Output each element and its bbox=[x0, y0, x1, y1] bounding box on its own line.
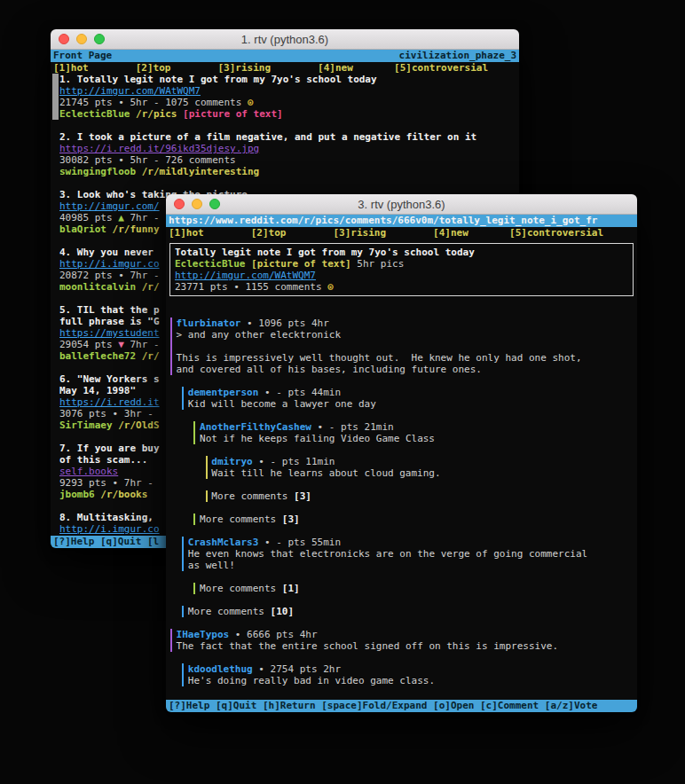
comment-author-text: kdoodlethug bbox=[188, 663, 253, 675]
comment-row[interactable]: AnotherFilthyCashew • - pts 21min bbox=[166, 421, 637, 433]
visited-url-link[interactable]: https://i.redd.it/96ikd35djesy.jpg bbox=[59, 143, 259, 154]
blank-row bbox=[166, 444, 637, 456]
submission-box-row[interactable]: 23771 pts • 1155 comments ⊙ bbox=[171, 281, 632, 293]
meta-text: • 6666 pts 4hr bbox=[229, 629, 317, 640]
subreddit-text: /r/books bbox=[95, 489, 148, 500]
blank-row bbox=[166, 410, 637, 421]
comment-depth-bar bbox=[182, 387, 184, 398]
comment-row[interactable]: dementperson • - pts 44min bbox=[166, 387, 637, 398]
page-title: Front Page bbox=[53, 50, 112, 62]
comment-row[interactable]: More comments [10] bbox=[166, 606, 637, 617]
row-text: More comments [3] bbox=[166, 514, 637, 525]
comment-row[interactable]: More comments [3] bbox=[166, 514, 637, 525]
selection-cursor-bar bbox=[52, 97, 59, 108]
comment-row[interactable]: More comments [3] bbox=[166, 490, 637, 502]
url-link[interactable]: https://i.redd.it bbox=[59, 396, 160, 408]
comment-depth-bar bbox=[206, 490, 208, 502]
comment-row[interactable]: flurbinator • 1096 pts 4hr bbox=[166, 318, 637, 329]
comment-row[interactable]: He even knows that electronicks are on t… bbox=[166, 548, 637, 560]
comment-row[interactable]: > and any other elecktronick bbox=[166, 329, 637, 341]
url-link[interactable]: http://imgur.com/ bbox=[59, 200, 160, 212]
comment-row[interactable]: and covered all of his bases, including … bbox=[166, 364, 637, 375]
comment-row[interactable]: Kid will become a lawyer one day bbox=[166, 398, 637, 410]
close-button[interactable] bbox=[59, 34, 69, 44]
blank-row bbox=[166, 375, 637, 387]
row-text: http://imgur.com/WAtWQM7 bbox=[51, 85, 519, 97]
submission-box-row[interactable]: Totally legit note I got from my 7yo's s… bbox=[171, 247, 632, 258]
comment-row[interactable]: dmitryo • - pts 11min bbox=[166, 456, 637, 467]
comment-row[interactable]: as well! bbox=[166, 560, 637, 571]
minimize-button[interactable] bbox=[76, 34, 87, 44]
zoom-button[interactable] bbox=[94, 34, 105, 44]
submission-row[interactable]: swingingfloob /r/mildlyinteresting bbox=[51, 166, 519, 177]
comment-row[interactable]: kdoodlethug • 2754 pts 2hr bbox=[166, 663, 637, 675]
comment-body-text: Kid will become a lawyer one day bbox=[188, 398, 376, 410]
comment-row[interactable]: CrashMclars3 • - pts 55min bbox=[166, 537, 637, 548]
gilded-icon: ⊙ bbox=[248, 97, 254, 108]
comment-row[interactable]: Wait till he learns about cloud gaming. bbox=[166, 467, 637, 479]
submission-row[interactable]: 30082 pts • 5hr - 726 comments bbox=[51, 154, 519, 166]
submission-row[interactable]: http://imgur.com/WAtWQM7 bbox=[51, 85, 519, 97]
submission-row[interactable]: EclecticBlue /r/pics [picture of text] bbox=[51, 108, 519, 120]
comment-row[interactable]: This is impressively well thought out. H… bbox=[166, 352, 637, 364]
url-link[interactable]: http://imgur.com/WAtWQM7 bbox=[175, 270, 316, 281]
sort-tabs[interactable]: [1]hot [2]top [3]rising [4]new [5]contro… bbox=[166, 227, 637, 239]
minimize-button[interactable] bbox=[192, 199, 202, 209]
comment-row[interactable]: More comments [1] bbox=[166, 583, 637, 594]
submission-row[interactable]: https://i.redd.it/96ikd35djesy.jpg bbox=[51, 143, 519, 154]
row-text: Totally legit note I got from my 7yo's s… bbox=[171, 247, 632, 258]
flair-text: [picture of text] bbox=[177, 108, 282, 120]
row-text: CrashMclars3 • - pts 55min bbox=[166, 537, 637, 548]
username-text: ballefleche72 bbox=[59, 350, 136, 362]
comment-row[interactable]: The fact that the entire school signed o… bbox=[166, 640, 637, 652]
submission-title-text: Totally legit note I got from my 7yo's s… bbox=[175, 247, 475, 258]
url-link[interactable]: http://imgur.com/WAtWQM7 bbox=[59, 85, 201, 97]
submission-row[interactable]: 21745 pts • 5hr - 1075 comments ⊙ bbox=[51, 97, 519, 108]
comment-depth-bar bbox=[170, 341, 172, 352]
close-button[interactable] bbox=[174, 199, 185, 209]
submission-row[interactable]: 1. Totally legit note I got from my 7yo'… bbox=[51, 74, 519, 85]
comment-depth-bar bbox=[193, 514, 195, 525]
submission-box-row[interactable]: http://imgur.com/WAtWQM7 bbox=[171, 270, 632, 281]
url-link[interactable]: https://mystudent bbox=[59, 327, 160, 339]
selection-cursor-bar bbox=[52, 85, 59, 97]
meta-text: • - pts 21min bbox=[311, 421, 394, 433]
comment-depth-bar bbox=[170, 329, 172, 341]
submission-title-text: 2. I took a picture of a film negative, … bbox=[59, 131, 476, 143]
visited-url-link[interactable]: self.books bbox=[59, 466, 118, 477]
comment-body-text: He's doing really bad in video game clas… bbox=[188, 675, 435, 686]
comment-depth-bar bbox=[170, 318, 172, 329]
submission-row[interactable]: 2. I took a picture of a film negative, … bbox=[51, 131, 519, 143]
blank-row bbox=[166, 594, 637, 606]
zoom-button[interactable] bbox=[209, 199, 220, 209]
comment-row[interactable]: Not if he keeps failing Video Game Class bbox=[166, 433, 637, 444]
url-link[interactable]: http://i.imgur.co bbox=[59, 523, 160, 535]
row-text: Not if he keeps failing Video Game Class bbox=[166, 433, 637, 444]
subreddit-text: /r/ bbox=[136, 281, 160, 293]
submission-box-row[interactable]: EclecticBlue [picture of text] 5hr pics bbox=[171, 258, 632, 270]
submission-title-text: 1. Totally legit note I got from my 7yo'… bbox=[59, 74, 377, 85]
submission-title-text: [3] bbox=[282, 514, 300, 525]
gilded-icon: ⊙ bbox=[327, 281, 334, 293]
comment-row[interactable]: IHaeTypos • 6666 pts 4hr bbox=[166, 629, 637, 640]
row-text: kdoodlethug • 2754 pts 2hr bbox=[166, 663, 637, 675]
window-titlebar[interactable]: 3. rtv (python3.6) bbox=[166, 194, 637, 215]
row-text: http://imgur.com/WAtWQM7 bbox=[171, 270, 632, 281]
url-link[interactable]: http://i.imgur.co bbox=[59, 258, 160, 270]
row-text: More comments [3] bbox=[166, 490, 637, 502]
comment-depth-bar bbox=[206, 456, 208, 467]
comment-row[interactable]: He's doing really bad in video game clas… bbox=[166, 675, 637, 686]
blank-row bbox=[166, 341, 637, 352]
sort-tabs[interactable]: [1]hot [2]top [3]rising [4]new [5]contro… bbox=[51, 62, 519, 74]
submission-box[interactable]: Totally legit note I got from my 7yo's s… bbox=[169, 243, 634, 296]
comment-body-text: > and any other elecktronick bbox=[177, 329, 341, 341]
row-text: He's doing really bad in video game clas… bbox=[166, 675, 637, 686]
username-text: blaQriot bbox=[59, 223, 106, 235]
username-text: moonlitcalvin bbox=[59, 281, 136, 293]
window-titlebar[interactable]: 1. rtv (python3.6) bbox=[51, 29, 519, 50]
submission-title-text: 7. If you are buy bbox=[59, 443, 160, 454]
comment-author-text: dementperson bbox=[188, 387, 258, 398]
comment-body-text: More comments bbox=[211, 490, 294, 502]
rtv-comments-window: 3. rtv (python3.6) https://www.reddit.co… bbox=[166, 194, 637, 712]
terminal-screen: https://www.reddit.com/r/pics/comments/6… bbox=[166, 215, 637, 712]
